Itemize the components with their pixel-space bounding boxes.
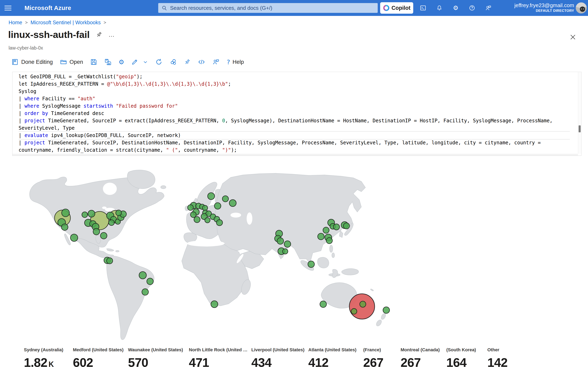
map-bubble[interactable]: [211, 301, 218, 308]
editor-vertical-scrollbar[interactable]: [578, 72, 581, 154]
edit-button[interactable]: [131, 58, 138, 66]
help-circle-icon[interactable]: [468, 4, 476, 11]
stat-tile[interactable]: (South Korea)164: [446, 347, 487, 367]
scrollbar-thumb[interactable]: [579, 125, 581, 132]
map-bubble[interactable]: [205, 217, 210, 223]
global-search[interactable]: [158, 3, 378, 13]
map-bubble[interactable]: [360, 301, 366, 307]
map-bubble[interactable]: [222, 196, 228, 202]
map-bubble[interactable]: [100, 233, 107, 239]
map-bubble[interactable]: [190, 212, 196, 217]
kql-line[interactable]: | where Facility == "auth": [18, 95, 570, 102]
map-bubble[interactable]: [333, 224, 339, 230]
map-bubble[interactable]: [383, 307, 389, 313]
save-as-icon: [104, 58, 112, 66]
map-bubble[interactable]: [82, 212, 87, 217]
account-info[interactable]: jeffrey.frye23@gmail.com DEFAULT DIRECTO…: [514, 2, 574, 13]
open-button[interactable]: Open: [60, 58, 83, 66]
map-bubble[interactable]: [308, 261, 314, 267]
pin-button[interactable]: [184, 58, 191, 66]
map-bubble[interactable]: [277, 238, 284, 244]
page-title-row: linux-ssh-auth-fail …: [8, 29, 115, 40]
feedback-icon[interactable]: [485, 4, 492, 11]
map-bubble[interactable]: [139, 272, 146, 279]
avatar[interactable]: [576, 2, 587, 13]
editor-horizontal-scrollbar[interactable]: [12, 154, 578, 156]
map-bubble[interactable]: [116, 210, 121, 216]
map-bubble[interactable]: [283, 249, 288, 254]
workbook-feedback-button[interactable]: [212, 58, 220, 66]
help-button[interactable]: ? Help: [227, 59, 244, 65]
map-bubble[interactable]: [194, 217, 200, 223]
world-map-visualization[interactable]: [14, 163, 398, 347]
stat-value-suffix: K: [49, 360, 54, 367]
copilot-button[interactable]: Copilot: [380, 2, 413, 14]
map-bubble[interactable]: [284, 241, 291, 247]
map-bubble[interactable]: [214, 203, 221, 209]
brand-title[interactable]: Microsoft Azure: [25, 4, 71, 11]
map-bubble[interactable]: [323, 227, 329, 233]
kql-line[interactable]: | project TimeGenerated, SourceIP, Desti…: [18, 139, 570, 154]
kql-editor[interactable]: let GeoIPDB_FULL = _GetWatchlist("geoip"…: [12, 72, 581, 156]
hamburger-menu-button[interactable]: [0, 0, 16, 16]
kql-line[interactable]: Syslog: [18, 88, 570, 95]
stat-tile[interactable]: Waunakee (United States)570: [128, 347, 189, 367]
stat-tile[interactable]: Montreal (Canada)267: [401, 347, 446, 367]
cloud-shell-icon[interactable]: [420, 4, 426, 11]
stat-label: (France): [363, 347, 401, 352]
kql-line[interactable]: | order by TimeGenerated desc: [18, 110, 570, 117]
map-bubble[interactable]: [93, 228, 100, 235]
map-bubble[interactable]: [147, 278, 153, 285]
map-bubble[interactable]: [216, 220, 223, 226]
map-bubble[interactable]: [70, 234, 78, 242]
stat-tile[interactable]: Medford (United States)602: [73, 347, 128, 367]
stat-tile[interactable]: North Little Rock (United …471: [189, 347, 251, 367]
edit-dropdown-button[interactable]: [143, 59, 148, 65]
map-bubble[interactable]: [343, 223, 350, 229]
map-bubble[interactable]: [326, 238, 332, 244]
refresh-button[interactable]: [155, 58, 163, 66]
pin-icon[interactable]: [95, 31, 103, 38]
stat-tile[interactable]: Other142: [487, 347, 508, 367]
settings-gear-icon[interactable]: ⚙: [452, 4, 459, 11]
save-button[interactable]: [90, 58, 97, 66]
notifications-bell-icon[interactable]: [436, 4, 443, 11]
advanced-editor-button[interactable]: [198, 58, 205, 66]
close-icon[interactable]: [568, 33, 577, 42]
map-bubble[interactable]: [62, 209, 69, 217]
kql-line[interactable]: let GeoIPDB_FULL = _GetWatchlist("geoip"…: [18, 73, 570, 80]
map-bubble[interactable]: [188, 205, 193, 210]
map-bubble[interactable]: [107, 258, 113, 264]
map-bubble[interactable]: [351, 309, 357, 314]
stat-tile[interactable]: Liverpool (United States)434: [251, 347, 308, 367]
copilot-logo: [383, 5, 389, 11]
map-bubble[interactable]: [88, 210, 95, 217]
kql-line[interactable]: let IpAddress_REGEX_PATTERN = @"\b\d{1,3…: [18, 80, 570, 88]
search-input[interactable]: [170, 5, 374, 11]
stat-label: Montreal (Canada): [401, 347, 446, 352]
done-editing-button[interactable]: Done Editing: [11, 58, 53, 66]
save-as-button[interactable]: [104, 58, 112, 66]
map-bubble[interactable]: [208, 193, 215, 200]
map-bubble[interactable]: [61, 224, 68, 230]
workbook-settings-button[interactable]: ⚙: [119, 59, 124, 65]
kql-query-text[interactable]: let GeoIPDB_FULL = _GetWatchlist("geoip"…: [12, 73, 570, 154]
map-bubble[interactable]: [320, 301, 327, 308]
map-bubble[interactable]: [142, 289, 148, 295]
landmass-iceland: [161, 185, 166, 189]
kql-line[interactable]: | evaluate ipv4_lookup(GeoIPDB_FULL, Sou…: [18, 131, 570, 140]
map-bubble[interactable]: [109, 220, 114, 225]
stat-label: Liverpool (United States): [251, 347, 308, 352]
kql-line[interactable]: | where SyslogMessage startswith "Failed…: [18, 102, 570, 110]
share-button[interactable]: [169, 58, 177, 66]
map-bubble[interactable]: [229, 200, 236, 207]
map-bubble[interactable]: [318, 233, 324, 240]
stat-tile[interactable]: Atlanta (United States)412: [308, 347, 363, 367]
stat-tile[interactable]: Sydney (Australia)1.82K: [24, 347, 73, 367]
breadcrumb-sentinel-workbooks[interactable]: Microsoft Sentinel | Workbooks: [31, 20, 101, 25]
stat-tile[interactable]: (France)267: [363, 347, 401, 367]
kql-line[interactable]: | project TimeGenerated, SourceIP = extr…: [18, 117, 570, 132]
more-actions-button[interactable]: …: [108, 31, 115, 38]
stat-value: 164: [446, 355, 487, 367]
breadcrumb-home[interactable]: Home: [9, 20, 22, 25]
